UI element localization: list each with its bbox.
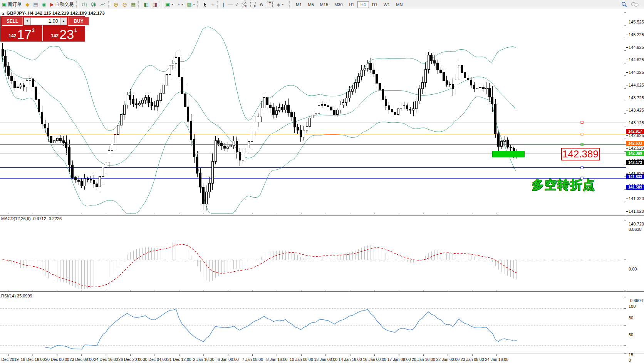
- trendline-button[interactable]: ∕: [235, 0, 240, 9]
- bar-chart-button[interactable]: [80, 0, 89, 9]
- rsi-pane[interactable]: [0, 292, 626, 354]
- new-chart-button[interactable]: ▣▾: [163, 0, 175, 9]
- timeframe-d1-button[interactable]: D1: [369, 1, 381, 8]
- zoom-out-icon: ⊖: [122, 2, 127, 7]
- buy-price-prefix: 142: [51, 33, 59, 38]
- rsi-tick-label: 50: [629, 332, 633, 337]
- timeframe-group: M1M5M15M30H1H4D1W1MN: [293, 1, 406, 8]
- timeframe-h4-button[interactable]: H4: [357, 1, 369, 8]
- time-tick-label: 23 Jan 08:00: [461, 357, 484, 362]
- timeframe-m5-button[interactable]: M5: [305, 1, 317, 8]
- price-line-badge: 141.833: [626, 174, 644, 179]
- time-axis[interactable]: 7 Dec 201918 Dec 16:0020 Dec 00:0023 Dec…: [0, 355, 626, 364]
- candlestick-chart-icon: [91, 2, 96, 7]
- market-watch-button[interactable]: ▤: [31, 0, 40, 9]
- time-tick-label: 14 Jan 16:00: [339, 357, 362, 362]
- price-callout-box[interactable]: 142.389: [561, 148, 600, 160]
- volume-input[interactable]: 1.00: [31, 17, 60, 25]
- auto-arrange-icon: ◧: [144, 2, 148, 7]
- profile-button[interactable]: ◆: [23, 0, 31, 9]
- equidistant-channel-button[interactable]: F: [248, 0, 258, 9]
- text-label-button[interactable]: T: [265, 0, 275, 9]
- toolbar-separator: [160, 1, 163, 8]
- macd-tick-label: 0.00: [629, 267, 637, 271]
- cursor-icon: [203, 2, 207, 7]
- rsi-label: RSI(14) 35.0999: [1, 294, 32, 298]
- pane-splitter[interactable]: [0, 291, 644, 293]
- new-order-button[interactable]: ▣ 新订单: [0, 0, 23, 9]
- horizontal-line-button[interactable]: —: [226, 0, 235, 9]
- shapes-button[interactable]: ◈▾: [275, 0, 285, 9]
- price-line-badge: 142.917: [626, 129, 644, 134]
- sell-price-display[interactable]: 142 17 3: [1, 25, 43, 41]
- timeframe-mn-button[interactable]: MN: [393, 1, 406, 8]
- rsi-tick-label: 100: [629, 304, 636, 309]
- rsi-tick-label: 0: [629, 358, 631, 362]
- rsi-tick-label: 80: [629, 316, 633, 320]
- highlight-rectangle-object[interactable]: [492, 151, 525, 157]
- sell-button[interactable]: SELL: [2, 17, 23, 26]
- crosshair-button[interactable]: +: [209, 0, 216, 9]
- timeframe-h1-button[interactable]: H1: [346, 1, 357, 8]
- time-tick-label: 13 Jan 08:00: [314, 357, 337, 362]
- line-chart-button[interactable]: [98, 0, 107, 9]
- vertical-line-button[interactable]: |: [221, 0, 226, 9]
- fibonacci-button[interactable]: E: [240, 0, 248, 9]
- chat-icon[interactable]: [631, 2, 639, 7]
- one-click-trade-panel: SELL ▼ 1.00 ▲ BUY 142 17 3 142 23 1: [1, 16, 85, 41]
- signals-button[interactable]: ◉: [40, 0, 48, 9]
- price-line-badge: 142.173: [626, 160, 644, 165]
- autotrading-button[interactable]: ▶ 自动交易: [48, 0, 75, 9]
- timeframe-m15-button[interactable]: M15: [317, 1, 331, 8]
- timeframe-m30-button[interactable]: M30: [331, 1, 345, 8]
- autotrading-label: 自动交易: [55, 1, 74, 8]
- zoom-out-button[interactable]: ⊖: [121, 0, 129, 9]
- price-tick-label: 140.720: [629, 222, 644, 226]
- chevron-down-icon: ▾: [282, 3, 283, 6]
- sell-price-prefix: 142: [8, 33, 16, 38]
- trendline-icon: ∕: [237, 2, 238, 7]
- price-axis[interactable]: 145.525145.225144.925144.625144.325144.0…: [626, 9, 644, 364]
- macd-pane[interactable]: [0, 215, 626, 292]
- text-button[interactable]: A: [258, 0, 265, 9]
- price-tick-label: 144.325: [629, 70, 644, 75]
- buy-button[interactable]: BUY: [68, 17, 89, 26]
- volume-decrease-button[interactable]: ▼: [24, 17, 31, 25]
- pane-splitter[interactable]: [0, 214, 644, 216]
- zoom-in-button[interactable]: ⊕: [112, 0, 121, 9]
- symbol-name: GBPJPY-,H4: [7, 11, 34, 15]
- main-toolbar: ▣ 新订单 ◆ ▤ ◉ ▶ 自动交易 ⊕ ⊖ ▦ ◧ ◨ ▣▾ ◔▾ ▧▾ + …: [0, 0, 644, 9]
- buy-price-display[interactable]: 142 23 1: [43, 25, 85, 41]
- cn-text-annotation[interactable]: 多空转折点: [532, 177, 595, 193]
- chart-window[interactable]: ▲GBPJPY-,H4 142.115 142.219 142.109 142.…: [0, 9, 644, 364]
- price-tick-label: 141.320: [629, 196, 644, 201]
- volume-increase-button[interactable]: ▲: [60, 17, 67, 25]
- price-tick-label: 143.725: [629, 95, 644, 100]
- tile-windows-button[interactable]: ▦: [129, 0, 138, 9]
- indicators-button[interactable]: ▧▾: [185, 0, 196, 9]
- price-line-badge: 142.633: [626, 141, 644, 146]
- timeframe-m1-button[interactable]: M1: [293, 1, 305, 8]
- buy-price-sup: 1: [74, 28, 77, 33]
- symbol-collapse-icon[interactable]: ▲: [2, 12, 5, 15]
- sell-price-big: 17: [17, 28, 32, 40]
- timeframe-w1-button[interactable]: W1: [381, 1, 393, 8]
- tile-windows-icon: ▦: [131, 2, 136, 7]
- price-line-badge: 141.589: [626, 185, 644, 190]
- cursor-button[interactable]: [201, 0, 209, 9]
- equidistant-channel-icon: F: [250, 2, 256, 7]
- cascade-button[interactable]: ◨: [151, 0, 159, 9]
- text-icon: A: [260, 2, 263, 7]
- autotrading-icon: ▶: [50, 2, 54, 7]
- symbol-info-line: ▲GBPJPY-,H4 142.115 142.219 142.109 142.…: [2, 11, 105, 15]
- price-line-badge: 142.389: [626, 151, 644, 156]
- time-tick-label: 17 Jan 08:00: [387, 357, 411, 362]
- macd-tick-label: 0.8638: [629, 227, 642, 232]
- time-tick-label: 8 Jan 16:00: [267, 357, 288, 362]
- search-icon[interactable]: [621, 2, 627, 7]
- periods-button[interactable]: ◔▾: [175, 0, 185, 9]
- candlestick-chart-button[interactable]: [89, 0, 98, 9]
- text-label-icon: T: [267, 2, 273, 7]
- bar-open: 142.115: [35, 11, 51, 15]
- auto-arrange-button[interactable]: ◧: [142, 0, 150, 9]
